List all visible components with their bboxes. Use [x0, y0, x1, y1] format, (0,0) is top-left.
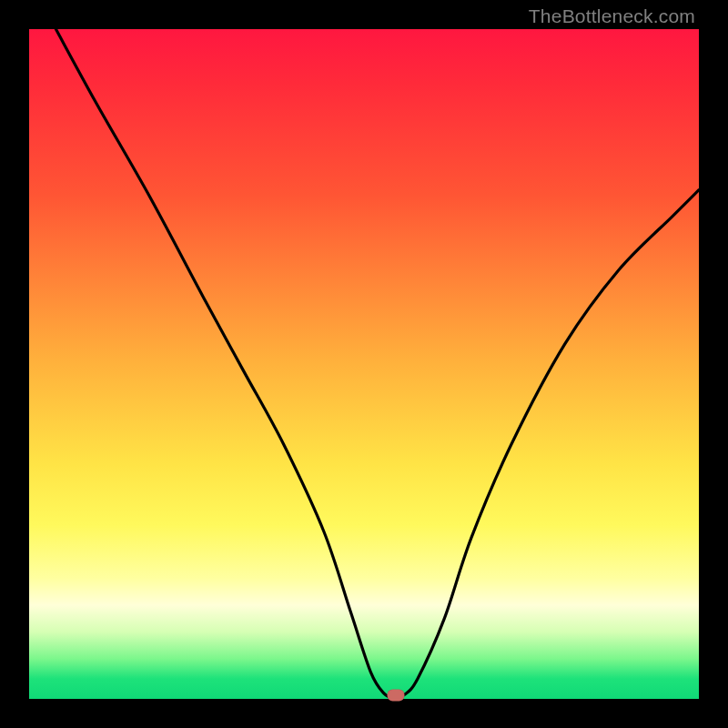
- chart-frame: TheBottleneck.com: [0, 0, 728, 728]
- watermark-text: TheBottleneck.com: [529, 5, 695, 27]
- minimum-marker: [387, 690, 404, 702]
- bottleneck-curve: [29, 29, 699, 699]
- plot-area: [29, 29, 699, 699]
